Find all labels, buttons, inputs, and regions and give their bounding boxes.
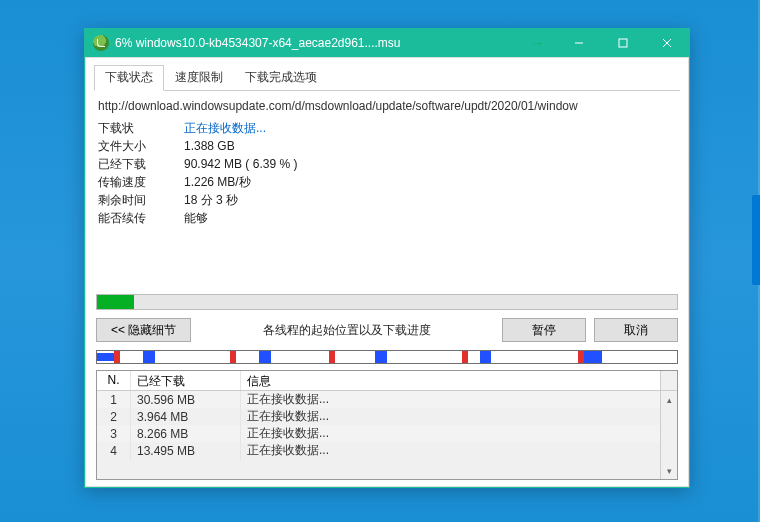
hide-details-button[interactable]: << 隐藏细节 — [96, 318, 191, 342]
resume-label: 能否续传 — [98, 209, 184, 227]
col-info[interactable]: 信息 — [241, 371, 660, 390]
download-dialog: 6% windows10.0-kb4534307-x64_aecae2d961.… — [84, 28, 690, 488]
minimize-button[interactable] — [557, 29, 601, 57]
progress-area: << 隐藏细节 各线程的起始位置以及下载进度 暂停 取消 N. 已经下载 信息 … — [94, 294, 680, 486]
segment-red — [329, 351, 335, 363]
col-n[interactable]: N. — [97, 371, 131, 390]
thread-scrollbar[interactable]: ▴ ▾ — [660, 391, 677, 479]
thread-table-header: N. 已经下载 信息 — [97, 371, 677, 391]
segment-red — [230, 351, 236, 363]
cell-info: 正在接收数据... — [241, 440, 660, 461]
progress-bar-fill — [97, 295, 134, 309]
button-row: << 隐藏细节 各线程的起始位置以及下载进度 暂停 取消 — [96, 318, 678, 342]
segment-blue — [259, 351, 271, 363]
cell-n: 1 — [97, 391, 131, 409]
segment-bar — [96, 350, 678, 364]
tab-speed-limit[interactable]: 速度限制 — [164, 65, 234, 91]
resume-value: 能够 — [184, 209, 208, 227]
header-scroll-spacer — [660, 371, 677, 390]
pause-button[interactable]: 暂停 — [502, 318, 586, 342]
segment-blue — [143, 351, 155, 363]
close-button[interactable] — [645, 29, 689, 57]
tab-bar: 下载状态 速度限制 下载完成选项 — [94, 64, 680, 91]
downloaded-value: 90.942 MB ( 6.39 % ) — [184, 155, 297, 173]
maximize-button[interactable] — [601, 29, 645, 57]
time-left-label: 剩余时间 — [98, 191, 184, 209]
titlebar[interactable]: 6% windows10.0-kb4534307-x64_aecae2d961.… — [85, 29, 689, 57]
filesize-label: 文件大小 — [98, 137, 184, 155]
cell-n: 3 — [97, 425, 131, 443]
scroll-down-icon[interactable]: ▾ — [661, 462, 677, 479]
segment-blue — [97, 353, 114, 361]
progress-bar — [96, 294, 678, 310]
col-downloaded[interactable]: 已经下载 — [131, 371, 241, 390]
filesize-value: 1.388 GB — [184, 137, 235, 155]
cell-downloaded: 8.266 MB — [131, 425, 241, 443]
segment-blue — [480, 351, 492, 363]
time-left-value: 18 分 3 秒 — [184, 191, 238, 209]
cell-downloaded: 13.495 MB — [131, 442, 241, 460]
app-icon — [93, 35, 109, 51]
scroll-up-icon[interactable]: ▴ — [661, 391, 677, 408]
thread-table: N. 已经下载 信息 130.596 MB正在接收数据...23.964 MB正… — [96, 370, 678, 480]
segment-red — [114, 351, 120, 363]
rate-label: 传输速度 — [98, 173, 184, 191]
thread-table-body: 130.596 MB正在接收数据...23.964 MB正在接收数据...38.… — [97, 391, 660, 479]
window-title: 6% windows10.0-kb4534307-x64_aecae2d961.… — [115, 36, 517, 50]
table-row[interactable]: 413.495 MB正在接收数据... — [97, 442, 660, 459]
segment-blue — [584, 351, 601, 363]
cancel-button[interactable]: 取消 — [594, 318, 678, 342]
tab-complete-options[interactable]: 下载完成选项 — [234, 65, 328, 91]
rate-value: 1.226 MB/秒 — [184, 173, 251, 191]
cell-downloaded: 30.596 MB — [131, 391, 241, 409]
download-url: http://download.windowsupdate.com/d/msdo… — [94, 97, 680, 119]
tab-status[interactable]: 下载状态 — [94, 65, 164, 91]
downloaded-label: 已经下载 — [98, 155, 184, 173]
svg-rect-1 — [619, 39, 627, 47]
transfer-arrow-icon: → — [517, 35, 557, 51]
client-area: 下载状态 速度限制 下载完成选项 http://download.windows… — [85, 57, 689, 487]
cell-n: 2 — [97, 408, 131, 426]
cell-downloaded: 3.964 MB — [131, 408, 241, 426]
desktop-peek-tab — [752, 195, 760, 285]
segment-blue — [375, 351, 387, 363]
status-label: 下载状 — [98, 119, 184, 137]
cell-n: 4 — [97, 442, 131, 460]
window-controls — [557, 29, 689, 57]
segments-caption: 各线程的起始位置以及下载进度 — [199, 322, 494, 339]
status-value: 正在接收数据... — [184, 119, 266, 137]
info-panel: 下载状 正在接收数据... 文件大小 1.388 GB 已经下载 90.942 … — [94, 119, 680, 231]
segment-red — [462, 351, 468, 363]
